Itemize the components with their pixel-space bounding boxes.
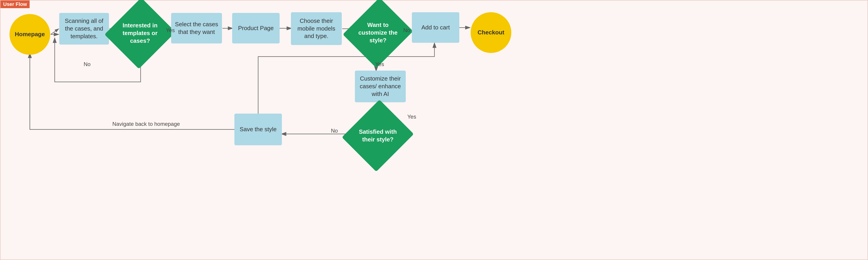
node-satisfied-label: Satisfied with their style? — [353, 126, 402, 145]
node-checkout: Checkout — [471, 12, 511, 53]
edge-label-no2: No — [403, 27, 410, 33]
diagram-container: User Flow — [0, 0, 868, 260]
node-productpage: Product Page — [232, 13, 280, 44]
node-customizeai-label: Customize their cases/ enhance with AI — [358, 75, 403, 98]
node-scan: Scanning all of the cases, and templates… — [59, 13, 109, 45]
node-savestyle: Save the style — [235, 114, 282, 145]
edge-label-no3: No — [331, 127, 338, 134]
node-homepage: Homepage — [9, 14, 50, 55]
node-choosemobile-label: Choose their mobile models and type. — [293, 17, 339, 40]
node-customizeai: Customize their cases/ enhance with AI — [355, 70, 406, 102]
svg-line-1 — [51, 29, 59, 34]
node-checkout-label: Checkout — [477, 29, 504, 36]
node-addtocart: Add to cart — [412, 12, 459, 43]
edge-label-no1: No — [84, 61, 91, 67]
node-addtocart-label: Add to cart — [421, 24, 450, 31]
node-scan-label: Scanning all of the cases, and templates… — [62, 17, 106, 40]
edge-label-yes3: Yes — [407, 114, 416, 120]
node-choosemobile: Choose their mobile models and type. — [291, 12, 342, 45]
edge-label-navigate: Navigate back to homepage — [112, 121, 180, 127]
node-savestyle-label: Save the style — [240, 125, 276, 133]
node-satisfied: Satisfied with their style? — [353, 109, 402, 162]
node-select-label: Select the cases that they want — [174, 21, 219, 36]
node-interested: Interested in templates or cases? — [116, 7, 164, 59]
node-interested-label: Interested in templates or cases? — [116, 20, 164, 47]
node-select: Select the cases that they want — [171, 13, 222, 44]
node-wantcustomize-label: Want to customize the style? — [354, 20, 402, 46]
svg-line-2 — [51, 29, 59, 34]
diagram-title: User Flow — [0, 0, 30, 8]
edge-label-yes1: Yes — [166, 27, 175, 33]
node-productpage-label: Product Page — [238, 24, 274, 32]
node-homepage-label: Homepage — [15, 31, 45, 38]
node-wantcustomize: Want to customize the style? — [354, 7, 402, 59]
edge-label-yes2: Yes — [375, 61, 384, 67]
